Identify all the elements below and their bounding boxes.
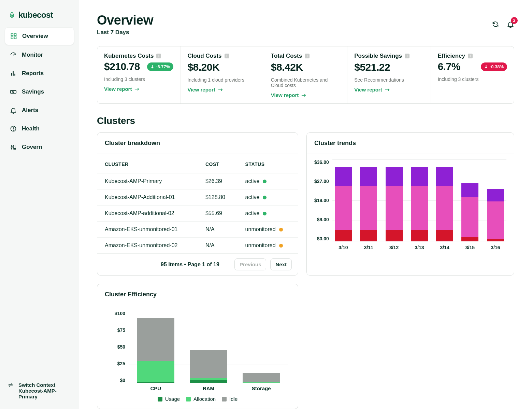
svg-point-12 [13, 146, 14, 147]
cell-cost: $26.39 [198, 173, 238, 189]
card-value: $210.78 [104, 61, 140, 72]
info-icon[interactable]: i [156, 54, 161, 58]
card-title: Efficiency [438, 53, 465, 59]
table-row[interactable]: Kubecost-AMP-Additional-01$128.80active [97, 189, 298, 206]
refresh-button[interactable] [492, 20, 499, 29]
table-row[interactable]: Kubecost-AMP-Primary$26.39active [97, 173, 298, 189]
svg-point-8 [13, 91, 14, 93]
view-report-link[interactable]: View report [104, 86, 173, 92]
card-title: Total Costs [271, 53, 302, 59]
arrow-down-icon [150, 65, 154, 69]
xtick: 3/11 [360, 245, 377, 250]
cell-cluster: Kubecost-AMP-Additional-01 [97, 189, 198, 206]
summary-cards: Kubernetes Costs i $210.78 -6.77% Includ… [97, 46, 514, 104]
card-efficiency: Efficiency i 6.7% -0.38% Including 3 clu… [431, 46, 514, 103]
col-cluster[interactable]: CLUSTER [97, 154, 198, 173]
cell-cluster: Amazon-EKS-unmonitored-01 [97, 222, 198, 238]
cell-status: unmonitored [238, 222, 298, 238]
svg-point-10 [13, 130, 14, 130]
cluster-trends-chart: $36.00$27.00$18.00$9.00$0.00 3/103/113/1… [314, 159, 506, 248]
page-subtitle: Last 7 Days [97, 29, 153, 36]
status-dot-icon [279, 244, 283, 248]
switch-context-title: Switch Context [18, 382, 71, 388]
svg-point-11 [11, 147, 12, 148]
sidebar-item-label: Govern [22, 144, 42, 151]
trends-bar[interactable] [411, 167, 428, 241]
trends-bar[interactable] [487, 189, 504, 241]
trend-chip: -0.38% [481, 62, 507, 71]
trends-bar[interactable] [360, 167, 377, 241]
section-title-clusters: Clusters [97, 115, 514, 126]
efficiency-bar[interactable] [137, 318, 174, 383]
swap-icon [8, 382, 14, 389]
switch-context[interactable]: Switch Context Kubecost-AMP-Primary [5, 379, 74, 403]
switch-context-value: Kubecost-AMP-Primary [18, 388, 71, 399]
col-status[interactable]: STATUS [238, 154, 298, 173]
xtick: 3/16 [487, 245, 504, 250]
arrow-down-icon [484, 65, 488, 69]
ytick: $18.00 [314, 198, 329, 203]
xtick: Storage [243, 385, 280, 391]
efficiency-bar[interactable] [243, 373, 280, 383]
info-icon[interactable]: i [225, 54, 229, 58]
view-report-link[interactable]: View report [354, 87, 423, 93]
sidebar-item-label: Overview [22, 33, 48, 40]
status-dot-icon [263, 180, 267, 183]
col-cost[interactable]: COST [198, 154, 238, 173]
sidebar-item-govern[interactable]: Govern [5, 139, 74, 156]
trends-bar[interactable] [335, 167, 352, 241]
sidebar-item-alerts[interactable]: Alerts [5, 102, 74, 119]
sidebar-item-label: Monitor [22, 52, 43, 58]
panel-title: Cluster breakdown [97, 133, 298, 154]
ytick: $75 [117, 327, 125, 333]
bell-icon [10, 107, 17, 114]
trend-chip: -6.77% [147, 62, 173, 71]
status-dot-icon [279, 228, 283, 231]
card-total-costs: Total Costs i $8.42K Combined Kubernetes… [264, 46, 347, 103]
brand-logo[interactable]: kubecost [5, 10, 74, 27]
sidebar-item-overview[interactable]: Overview [5, 27, 74, 45]
xtick: 3/12 [386, 245, 403, 250]
ytick: $25 [117, 361, 125, 366]
trends-bar[interactable] [461, 183, 478, 241]
table-row[interactable]: Kubecost-AMP-additional-02$55.69active [97, 206, 298, 222]
view-report-link[interactable]: View report [271, 92, 340, 98]
card-note: Including 1 cloud providers [187, 77, 257, 83]
sidebar-item-health[interactable]: Health [5, 120, 74, 137]
cluster-trends-panel: Cluster trends $36.00$27.00$18.00$9.00$0… [306, 132, 514, 276]
sidebar-item-reports[interactable]: Reports [5, 65, 74, 82]
cell-status: unmonitored [238, 238, 298, 254]
card-cloud-costs: Cloud Costs i $8.20K Including 1 cloud p… [181, 46, 264, 103]
cell-status: active [238, 189, 298, 206]
cell-cost: $55.69 [198, 206, 238, 222]
ytick: $0 [120, 378, 125, 383]
trends-bar[interactable] [436, 167, 453, 241]
card-value: $8.42K [271, 61, 340, 73]
ytick: $0.00 [317, 236, 329, 241]
notifications-button[interactable]: 2 [507, 20, 514, 29]
trends-bar[interactable] [386, 167, 403, 241]
card-note: Including 3 clusters [438, 76, 507, 82]
efficiency-bar[interactable] [190, 350, 227, 383]
xtick: 3/10 [335, 245, 352, 250]
legend-item: Idle [222, 396, 238, 402]
next-button[interactable]: Next [270, 258, 292, 270]
cluster-breakdown-panel: Cluster breakdown CLUSTER COST STATUS Ku… [97, 132, 298, 276]
sidebar-item-monitor[interactable]: Monitor [5, 46, 74, 64]
view-report-link[interactable]: View report [187, 87, 257, 93]
previous-button[interactable]: Previous [234, 258, 266, 270]
cell-status: active [238, 206, 298, 222]
table-row[interactable]: Amazon-EKS-unmonitored-02N/Aunmonitored [97, 238, 298, 254]
table-row[interactable]: Amazon-EKS-unmonitored-01N/Aunmonitored [97, 222, 298, 238]
alert-circle-icon [10, 125, 17, 132]
info-icon[interactable]: i [405, 54, 409, 58]
arrow-right-icon [134, 87, 139, 91]
sidebar-nav: Overview Monitor Reports Savings [5, 27, 74, 156]
card-title: Kubernetes Costs [104, 53, 154, 59]
info-icon[interactable]: i [468, 54, 473, 58]
sidebar-item-label: Reports [22, 70, 44, 77]
svg-rect-3 [14, 37, 16, 39]
info-icon[interactable]: i [305, 54, 310, 58]
sidebar-item-savings[interactable]: Savings [5, 83, 74, 100]
cell-cluster: Kubecost-AMP-additional-02 [97, 206, 198, 222]
